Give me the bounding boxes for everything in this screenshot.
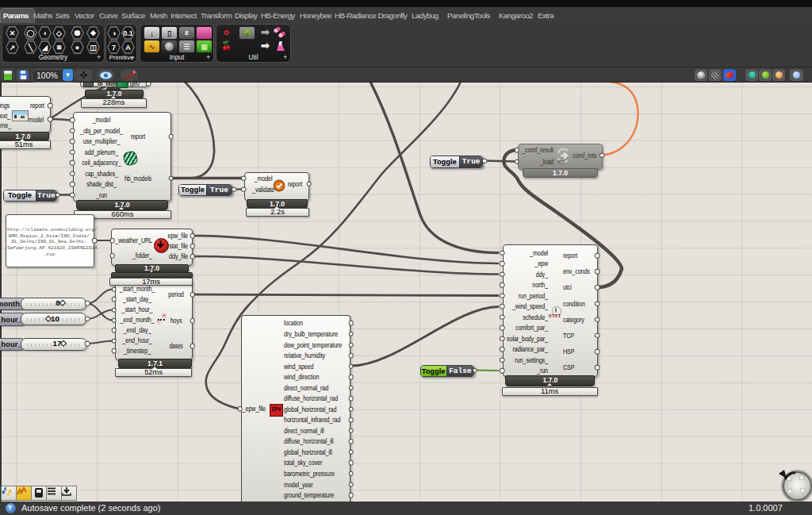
svg-text:MTX: MTX [558,160,565,164]
